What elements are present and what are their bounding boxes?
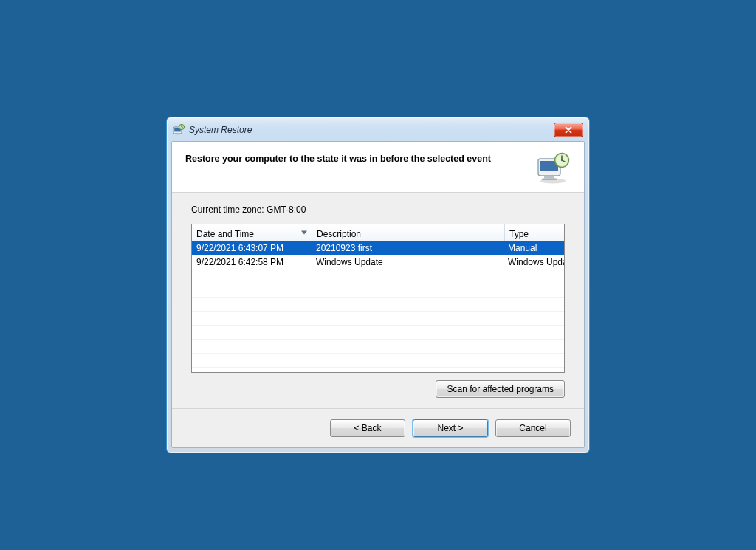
system-restore-icon (173, 124, 185, 136)
col-header-label: Date and Time (196, 229, 254, 239)
table-body: 9/22/2021 6:43:07 PM20210923 firstManual… (192, 241, 564, 372)
cell-type: Windows Update (504, 257, 564, 267)
svg-rect-2 (176, 134, 180, 134)
restore-monitor-clock-icon (535, 152, 571, 185)
window-title: System Restore (189, 125, 252, 135)
close-button[interactable] (554, 123, 583, 137)
wizard-footer: < Back Next > Cancel (172, 409, 584, 447)
page-heading: Restore your computer to the state it wa… (185, 152, 528, 164)
col-header-datetime[interactable]: Date and Time (192, 224, 312, 241)
svg-rect-8 (542, 179, 557, 181)
table-header-row: Date and Time Description Type (192, 224, 564, 241)
cell-type: Manual (504, 243, 564, 253)
table-row-empty (192, 340, 564, 354)
next-button[interactable]: Next > (413, 419, 488, 437)
restore-points-table[interactable]: Date and Time Description Type 9/22/2021… (191, 224, 565, 373)
timezone-label: Current time zone: GMT-8:00 (191, 204, 565, 215)
table-row[interactable]: 9/22/2021 6:42:58 PMWindows UpdateWindow… (192, 255, 564, 269)
scan-affected-programs-button[interactable]: Scan for affected programs (436, 380, 565, 398)
client-area: Restore your computer to the state it wa… (171, 141, 585, 448)
scan-row: Scan for affected programs (191, 373, 565, 402)
content-body: Current time zone: GMT-8:00 Date and Tim… (172, 193, 584, 408)
col-header-label: Description (317, 229, 361, 239)
table-row-empty (192, 354, 564, 368)
cell-datetime: 9/22/2021 6:42:58 PM (192, 257, 312, 267)
col-header-description[interactable]: Description (312, 224, 505, 241)
table-row-empty (192, 368, 564, 372)
table-row-empty (192, 312, 564, 326)
close-icon (565, 126, 572, 134)
table-row[interactable]: 9/22/2021 6:43:07 PM20210923 firstManual (192, 241, 564, 255)
table-row-empty (192, 283, 564, 298)
system-restore-dialog: System Restore Restore your computer to … (166, 117, 590, 453)
table-row-empty (192, 298, 564, 312)
back-button[interactable]: < Back (330, 419, 405, 437)
cell-datetime: 9/22/2021 6:43:07 PM (192, 243, 312, 253)
cell-description: Windows Update (312, 257, 504, 267)
sort-descending-icon (301, 231, 307, 235)
cell-description: 20210923 first (312, 243, 504, 253)
svg-point-11 (561, 159, 563, 161)
cancel-button[interactable]: Cancel (495, 419, 571, 437)
svg-rect-7 (544, 176, 554, 179)
col-header-type[interactable]: Type (505, 224, 564, 241)
table-row-empty (192, 269, 564, 283)
table-row-empty (192, 326, 564, 340)
titlebar: System Restore (171, 122, 585, 141)
col-header-label: Type (509, 229, 529, 239)
banner: Restore your computer to the state it wa… (172, 142, 584, 192)
